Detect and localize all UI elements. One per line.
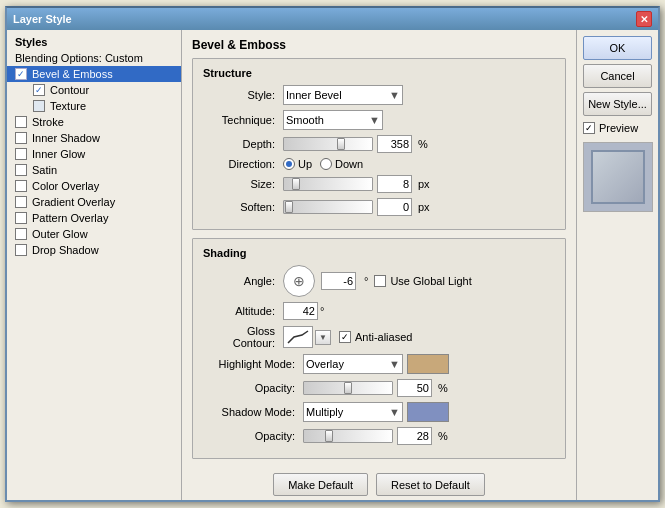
- sidebar-item-stroke[interactable]: Stroke: [7, 114, 181, 130]
- soften-slider[interactable]: [283, 200, 373, 214]
- altitude-label: Altitude:: [203, 305, 283, 317]
- style-value: Inner Bevel: [286, 89, 342, 101]
- sidebar-item-drop-shadow[interactable]: Drop Shadow: [7, 242, 181, 258]
- anti-aliased-checkbox[interactable]: ✓: [339, 331, 351, 343]
- highlight-opacity-thumb: [344, 382, 352, 394]
- sidebar-item-bevel-emboss[interactable]: ✓Bevel & Emboss: [7, 66, 181, 82]
- sidebar-item-satin[interactable]: Satin: [7, 162, 181, 178]
- sidebar-item-contour[interactable]: ✓Contour: [7, 82, 181, 98]
- soften-slider-thumb: [285, 201, 293, 213]
- checkbox-color-overlay[interactable]: [15, 180, 27, 192]
- style-dropdown-arrow: ▼: [389, 89, 400, 101]
- structure-title: Structure: [203, 67, 555, 79]
- altitude-unit: °: [320, 305, 324, 317]
- highlight-mode-row: Highlight Mode: Overlay ▼: [203, 354, 555, 374]
- checkbox-stroke[interactable]: [15, 116, 27, 128]
- size-value-input[interactable]: [377, 175, 412, 193]
- checkbox-gradient-overlay[interactable]: [15, 196, 27, 208]
- shadow-opacity-slider[interactable]: [303, 429, 393, 443]
- new-style-button[interactable]: New Style...: [583, 92, 652, 116]
- structure-section: Structure Style: Inner Bevel ▼ Technique…: [192, 58, 566, 230]
- ok-button[interactable]: OK: [583, 36, 652, 60]
- close-button[interactable]: ✕: [636, 11, 652, 27]
- sidebar-item-color-overlay[interactable]: Color Overlay: [7, 178, 181, 194]
- altitude-value-input[interactable]: [283, 302, 318, 320]
- checkbox-pattern-overlay[interactable]: [15, 212, 27, 224]
- depth-value-input[interactable]: [377, 135, 412, 153]
- angle-value-input[interactable]: [321, 272, 356, 290]
- checkbox-drop-shadow[interactable]: [15, 244, 27, 256]
- use-global-light-checkbox[interactable]: [374, 275, 386, 287]
- highlight-mode-value: Overlay: [306, 358, 344, 370]
- sidebar-item-pattern-overlay[interactable]: Pattern Overlay: [7, 210, 181, 226]
- checkbox-satin[interactable]: [15, 164, 27, 176]
- direction-up-radio[interactable]: Up: [283, 158, 312, 170]
- shadow-mode-label: Shadow Mode:: [203, 406, 303, 418]
- technique-dropdown-arrow: ▼: [369, 114, 380, 126]
- sidebar-item-gradient-overlay[interactable]: Gradient Overlay: [7, 194, 181, 210]
- layer-style-dialog: Layer Style ✕ Styles Blending Options: C…: [5, 6, 660, 502]
- cancel-button[interactable]: Cancel: [583, 64, 652, 88]
- sidebar-item-label-pattern-overlay: Pattern Overlay: [32, 212, 108, 224]
- depth-slider-container: %: [283, 135, 428, 153]
- checkbox-inner-glow[interactable]: [15, 148, 27, 160]
- title-bar: Layer Style ✕: [7, 8, 658, 30]
- checkbox-texture[interactable]: [33, 100, 45, 112]
- size-label: Size:: [203, 178, 283, 190]
- make-default-button[interactable]: Make Default: [273, 473, 368, 496]
- sidebar-item-label-stroke: Stroke: [32, 116, 64, 128]
- preview-inner: [591, 150, 645, 204]
- dial-crosshair-icon: ⊕: [293, 273, 305, 289]
- anti-aliased-row: ✓ Anti-aliased: [339, 331, 412, 343]
- sidebar-item-label-inner-glow: Inner Glow: [32, 148, 85, 160]
- angle-dial[interactable]: ⊕: [283, 265, 315, 297]
- sidebar-item-texture[interactable]: Texture: [7, 98, 181, 114]
- angle-label: Angle:: [203, 275, 283, 287]
- depth-slider[interactable]: [283, 137, 373, 151]
- direction-down-radio[interactable]: Down: [320, 158, 363, 170]
- shadow-mode-row: Shadow Mode: Multiply ▼: [203, 402, 555, 422]
- highlight-opacity-slider-container: %: [303, 379, 448, 397]
- highlight-mode-dropdown[interactable]: Overlay ▼: [303, 354, 403, 374]
- sidebar-item-label-contour: Contour: [50, 84, 89, 96]
- soften-label: Soften:: [203, 201, 283, 213]
- depth-unit: %: [418, 138, 428, 150]
- shadow-mode-dropdown[interactable]: Multiply ▼: [303, 402, 403, 422]
- styles-header: Styles: [7, 34, 181, 50]
- preview-checkbox-row: ✓ Preview: [583, 122, 652, 134]
- technique-row: Technique: Smooth ▼: [203, 110, 555, 130]
- sidebar-item-inner-glow[interactable]: Inner Glow: [7, 146, 181, 162]
- checkbox-contour[interactable]: ✓: [33, 84, 45, 96]
- shadow-dropdown-arrow: ▼: [389, 406, 400, 418]
- highlight-opacity-unit: %: [438, 382, 448, 394]
- preview-checkbox[interactable]: ✓: [583, 122, 595, 134]
- size-slider[interactable]: [283, 177, 373, 191]
- checkbox-bevel-emboss[interactable]: ✓: [15, 68, 27, 80]
- blending-options-label[interactable]: Blending Options: Custom: [7, 50, 181, 66]
- shadow-opacity-unit: %: [438, 430, 448, 442]
- sidebar-item-inner-shadow[interactable]: Inner Shadow: [7, 130, 181, 146]
- shadow-color-swatch[interactable]: [407, 402, 449, 422]
- highlight-opacity-label: Opacity:: [203, 382, 303, 394]
- sidebar-item-outer-glow[interactable]: Outer Glow: [7, 226, 181, 242]
- reset-to-default-button[interactable]: Reset to Default: [376, 473, 485, 496]
- left-panel: Styles Blending Options: Custom ✓Bevel &…: [7, 30, 182, 500]
- shadow-opacity-input[interactable]: [397, 427, 432, 445]
- contour-preview[interactable]: [283, 326, 313, 348]
- highlight-color-swatch[interactable]: [407, 354, 449, 374]
- direction-up-circle: [283, 158, 295, 170]
- contour-dropdown-arrow[interactable]: ▼: [315, 330, 331, 345]
- main-section-title: Bevel & Emboss: [192, 38, 566, 52]
- highlight-opacity-slider[interactable]: [303, 381, 393, 395]
- gloss-contour-row: Gloss Contour: ▼ ✓ Anti-aliased: [203, 325, 555, 349]
- size-slider-thumb: [292, 178, 300, 190]
- checkbox-inner-shadow[interactable]: [15, 132, 27, 144]
- style-dropdown[interactable]: Inner Bevel ▼: [283, 85, 403, 105]
- soften-value-input[interactable]: [377, 198, 412, 216]
- technique-label: Technique:: [203, 114, 283, 126]
- checkbox-outer-glow[interactable]: [15, 228, 27, 240]
- direction-down-circle: [320, 158, 332, 170]
- sidebar-item-label-texture: Texture: [50, 100, 86, 112]
- highlight-opacity-input[interactable]: [397, 379, 432, 397]
- technique-dropdown[interactable]: Smooth ▼: [283, 110, 383, 130]
